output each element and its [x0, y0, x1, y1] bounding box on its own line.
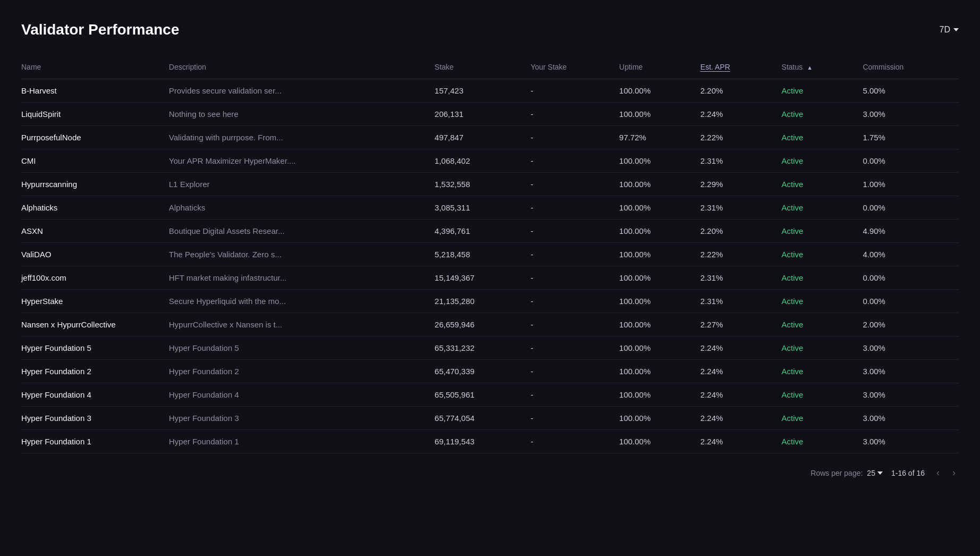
table-row[interactable]: jeff100x.comHFT market making infastruct…	[21, 266, 959, 290]
validator-your-stake: -	[530, 126, 619, 149]
validator-commission: 1.75%	[863, 126, 959, 149]
validator-description: HFT market making infastructur...	[169, 266, 435, 290]
col-header-your-stake: Your Stake	[530, 57, 619, 79]
page-title: Validator Performance	[21, 21, 179, 38]
validator-name: CMI	[21, 149, 169, 173]
period-selector[interactable]: 7D	[940, 25, 959, 35]
validator-uptime: 100.00%	[619, 360, 700, 383]
validator-name: ValiDAO	[21, 243, 169, 266]
table-row[interactable]: HypurrscanningL1 Explorer1,532,558-100.0…	[21, 173, 959, 196]
validator-est-apr: 2.24%	[700, 103, 782, 126]
validator-commission: 0.00%	[863, 266, 959, 290]
chevron-down-icon	[953, 28, 959, 31]
validator-name: Hyper Foundation 2	[21, 360, 169, 383]
validator-name: Hyper Foundation 4	[21, 383, 169, 407]
validator-name: ASXN	[21, 220, 169, 243]
table-row[interactable]: Hyper Foundation 5Hyper Foundation 565,3…	[21, 336, 959, 360]
validator-description: Your APR Maximizer HyperMaker....	[169, 149, 435, 173]
validator-name: jeff100x.com	[21, 266, 169, 290]
validator-your-stake: -	[530, 360, 619, 383]
table-row[interactable]: Nansen x HypurrCollectiveHypurrCollectiv…	[21, 313, 959, 336]
validator-name: HyperStake	[21, 290, 169, 313]
validator-uptime: 100.00%	[619, 196, 700, 220]
validator-description: The People's Validator. Zero s...	[169, 243, 435, 266]
pagination-info: 1-16 of 16	[891, 469, 925, 477]
validator-your-stake: -	[530, 220, 619, 243]
rows-per-page-selector[interactable]: 25	[867, 469, 883, 477]
validator-est-apr: 2.24%	[700, 360, 782, 383]
validator-status: Active	[782, 79, 863, 103]
validator-commission: 5.00%	[863, 79, 959, 103]
validator-stake: 65,505,961	[435, 383, 531, 407]
validator-commission: 4.00%	[863, 243, 959, 266]
validator-your-stake: -	[530, 430, 619, 453]
validator-commission: 2.00%	[863, 313, 959, 336]
table-header: Name Description Stake Your Stake Uptime…	[21, 57, 959, 79]
validator-your-stake: -	[530, 336, 619, 360]
validator-your-stake: -	[530, 407, 619, 430]
validator-your-stake: -	[530, 196, 619, 220]
validator-commission: 3.00%	[863, 360, 959, 383]
validator-commission: 0.00%	[863, 196, 959, 220]
validator-stake: 206,131	[435, 103, 531, 126]
validator-status: Active	[782, 126, 863, 149]
validator-your-stake: -	[530, 313, 619, 336]
col-header-status[interactable]: Status ▲	[782, 57, 863, 79]
validator-name: B-Harvest	[21, 79, 169, 103]
validator-est-apr: 2.22%	[700, 126, 782, 149]
validator-status: Active	[782, 196, 863, 220]
table-row[interactable]: HyperStakeSecure Hyperliquid with the mo…	[21, 290, 959, 313]
validator-uptime: 100.00%	[619, 220, 700, 243]
validator-description: Hyper Foundation 2	[169, 360, 435, 383]
validator-your-stake: -	[530, 383, 619, 407]
validator-stake: 65,774,054	[435, 407, 531, 430]
validator-uptime: 100.00%	[619, 313, 700, 336]
pagination-nav: ‹ ›	[933, 466, 959, 479]
table-row[interactable]: AlphaticksAlphaticks3,085,311-100.00%2.3…	[21, 196, 959, 220]
validator-status: Active	[782, 336, 863, 360]
table-row[interactable]: ValiDAOThe People's Validator. Zero s...…	[21, 243, 959, 266]
validator-your-stake: -	[530, 173, 619, 196]
validator-uptime: 100.00%	[619, 430, 700, 453]
table-row[interactable]: B-HarvestProvides secure validation ser.…	[21, 79, 959, 103]
validator-uptime: 100.00%	[619, 173, 700, 196]
table-row[interactable]: Hyper Foundation 3Hyper Foundation 365,7…	[21, 407, 959, 430]
chevron-down-icon	[877, 471, 883, 475]
table-row[interactable]: CMIYour APR Maximizer HyperMaker....1,06…	[21, 149, 959, 173]
validator-est-apr: 2.22%	[700, 243, 782, 266]
validator-commission: 3.00%	[863, 336, 959, 360]
validator-status: Active	[782, 313, 863, 336]
validator-status: Active	[782, 407, 863, 430]
validator-description: Hyper Foundation 1	[169, 430, 435, 453]
validator-stake: 4,396,761	[435, 220, 531, 243]
validator-name: Nansen x HypurrCollective	[21, 313, 169, 336]
validator-uptime: 100.00%	[619, 290, 700, 313]
table-row[interactable]: Hyper Foundation 4Hyper Foundation 465,5…	[21, 383, 959, 407]
next-page-button[interactable]: ›	[949, 466, 959, 479]
validator-stake: 15,149,367	[435, 266, 531, 290]
validator-est-apr: 2.27%	[700, 313, 782, 336]
validator-name: Hyper Foundation 1	[21, 430, 169, 453]
table-row[interactable]: Hyper Foundation 2Hyper Foundation 265,4…	[21, 360, 959, 383]
table-body: B-HarvestProvides secure validation ser.…	[21, 79, 959, 453]
validator-status: Active	[782, 243, 863, 266]
prev-page-button[interactable]: ‹	[933, 466, 943, 479]
col-header-description: Description	[169, 57, 435, 79]
table-row[interactable]: PurrposefulNodeValidating with purrpose.…	[21, 126, 959, 149]
validator-est-apr: 2.24%	[700, 430, 782, 453]
validator-status: Active	[782, 266, 863, 290]
validator-est-apr: 2.24%	[700, 407, 782, 430]
table-row[interactable]: Hyper Foundation 1Hyper Foundation 169,1…	[21, 430, 959, 453]
validator-est-apr: 2.31%	[700, 266, 782, 290]
validator-status: Active	[782, 360, 863, 383]
validator-stake: 21,135,280	[435, 290, 531, 313]
validator-uptime: 100.00%	[619, 103, 700, 126]
table-row[interactable]: ASXNBoutique Digital Assets Resear...4,3…	[21, 220, 959, 243]
col-header-est-apr[interactable]: Est. APR	[700, 57, 782, 79]
validator-commission: 0.00%	[863, 149, 959, 173]
validator-uptime: 100.00%	[619, 407, 700, 430]
validator-stake: 65,331,232	[435, 336, 531, 360]
validator-est-apr: 2.31%	[700, 196, 782, 220]
validator-description: Hyper Foundation 4	[169, 383, 435, 407]
table-row[interactable]: LiquidSpiritNothing to see here206,131-1…	[21, 103, 959, 126]
